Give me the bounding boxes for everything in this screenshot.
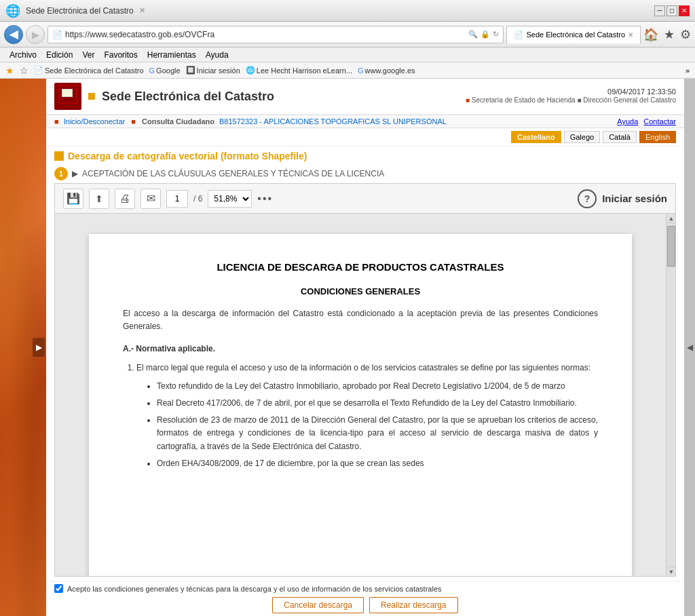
- menu-bar: Archivo Edición Ver Favoritos Herramient…: [0, 47, 695, 62]
- pdf-login-button[interactable]: Iniciar sesión: [602, 193, 667, 204]
- heading-icon: [54, 151, 64, 161]
- browser-icons: 🏠 ★ ⚙: [643, 27, 691, 42]
- confirm-button[interactable]: Realizar descarga: [369, 597, 458, 613]
- lang-english[interactable]: English: [639, 131, 676, 143]
- pdf-content-area[interactable]: LICENCIA DE DESCARGA DE PRODUCTOS CATAST…: [55, 214, 666, 576]
- lang-galego[interactable]: Galego: [564, 131, 600, 143]
- ministry1: Secretaría de Estado de Hacienda: [472, 96, 576, 104]
- site-header: Sede Electrónica del Catastro 09/04/2017…: [46, 79, 684, 115]
- more-bookmarks-icon[interactable]: »: [685, 66, 690, 75]
- bookmark-icon-google-es: G: [358, 66, 364, 75]
- pdf-help-button[interactable]: ?: [578, 189, 597, 208]
- left-collapse-arrow[interactable]: ▶: [33, 338, 45, 357]
- menu-ayuda[interactable]: Ayuda: [202, 50, 233, 60]
- ministry2: Dirección General del Catastro: [583, 96, 676, 104]
- lang-catala[interactable]: Català: [603, 131, 637, 143]
- pdf-more-button[interactable]: •••: [257, 193, 273, 205]
- pdf-bullet-3: Resolución de 23 de marzo de 2011 de la …: [157, 414, 598, 453]
- bookmarks-bar: ★ ☆ 📄 Sede Electrónica del Catastro G Go…: [0, 62, 695, 79]
- pdf-scroll-up-arrow[interactable]: ▲: [666, 214, 675, 223]
- pdf-bullet-list: Texto refundido de la Ley del Catastro I…: [136, 380, 598, 470]
- contact-link[interactable]: Contactar: [643, 117, 676, 126]
- menu-favoritos[interactable]: Favoritos: [100, 50, 141, 60]
- content-area: ▶ Sede Electrónica del Catast: [0, 79, 695, 616]
- page-icon: 📄: [52, 30, 62, 39]
- pdf-zoom-select[interactable]: 51,8%: [208, 190, 252, 208]
- back-button[interactable]: ◀: [4, 25, 23, 44]
- pdf-upload-button[interactable]: ⬆: [89, 189, 109, 209]
- pdf-toolbar: 💾 ⬆ 🖨 ✉ / 6 51,8% ••• ? Iniciar sesión: [55, 184, 675, 214]
- ministry2-separator: ■: [577, 96, 583, 104]
- page-title: Descarga de cartografía vectorial (forma…: [54, 151, 676, 161]
- ministry1-label: ■: [466, 96, 472, 104]
- action-buttons: Cancelar descarga Realizar descarga: [54, 597, 676, 613]
- pdf-total-pages: / 6: [193, 194, 202, 204]
- bookmark-google[interactable]: G Google: [149, 66, 181, 75]
- pdf-save-button[interactable]: 💾: [63, 189, 83, 209]
- star-icon[interactable]: ★: [664, 27, 675, 42]
- menu-archivo[interactable]: Archivo: [5, 50, 41, 60]
- minimize-button[interactable]: ─: [654, 5, 665, 16]
- pdf-scrollbar-thumb[interactable]: [667, 226, 675, 267]
- refresh-icon[interactable]: ↻: [493, 30, 499, 39]
- gear-icon[interactable]: ⚙: [680, 27, 691, 42]
- pdf-page-input[interactable]: [166, 190, 188, 208]
- breadcrumb-separator2: ■: [131, 117, 136, 126]
- menu-ver[interactable]: Ver: [78, 50, 98, 60]
- right-collapse-arrow[interactable]: ◀: [684, 79, 695, 616]
- ministries: ■ Secretaría de Estado de Hacienda ■ Dir…: [466, 96, 676, 105]
- url-input[interactable]: [65, 30, 466, 39]
- tab-favicon: 📄: [514, 31, 523, 39]
- bookmark-google-es[interactable]: G www.google.es: [358, 66, 415, 75]
- pdf-ordered-list: El marco legal que regula el acceso y us…: [123, 362, 598, 470]
- step-bar: 1 ▶ ACEPTACIÓN DE LAS CLÁUSULAS GENERALE…: [46, 164, 684, 183]
- pdf-content-wrapper: LICENCIA DE DESCARGA DE PRODUCTOS CATAST…: [55, 214, 675, 576]
- language-bar: Castellano Galego Català English: [46, 128, 684, 147]
- tab-close-icon[interactable]: ✕: [139, 6, 145, 15]
- pdf-page: LICENCIA DE DESCARGA DE PRODUCTOS CATAST…: [89, 234, 632, 576]
- bookmark-lhh[interactable]: 🌐 Lee Hecht Harrison eLearn...: [246, 66, 352, 75]
- cancel-button[interactable]: Cancelar descarga: [272, 597, 364, 613]
- pdf-bullet-1: Texto refundido de la Ley del Catastro I…: [157, 380, 598, 393]
- step-text: ACEPTACIÓN DE LAS CLÁUSULAS GENERALES Y …: [82, 169, 384, 178]
- window-controls: ─ □ ✕: [654, 5, 690, 16]
- close-button[interactable]: ✕: [679, 5, 690, 16]
- lock-icon: 🔒: [481, 30, 490, 39]
- pdf-scroll-down-arrow[interactable]: ▼: [666, 566, 675, 576]
- browser-frame: 🌐 Sede Electrónica del Catastro ✕ ─ □ ✕ …: [0, 0, 695, 616]
- menu-edicion[interactable]: Edición: [42, 50, 77, 60]
- forward-button[interactable]: ▶: [26, 25, 45, 44]
- address-bar[interactable]: 📄 🔍 🔒 ↻: [48, 26, 504, 43]
- pdf-bullet-4: Orden EHA/3408/2009, de 17 de diciembre,…: [157, 457, 598, 470]
- breadcrumb-ref: B81572323 - APLICACIONES TOPOGRAFICAS SL…: [219, 117, 447, 126]
- home-icon[interactable]: 🏠: [643, 27, 658, 42]
- site-logo-icon: [54, 83, 81, 110]
- help-link[interactable]: Ayuda: [617, 117, 638, 126]
- pdf-scrollbar[interactable]: ▲ ▼: [666, 214, 675, 576]
- lang-castellano[interactable]: Castellano: [511, 131, 561, 143]
- terms-checkbox-row: Acepto las condiciones generales y técni…: [54, 584, 676, 593]
- pdf-body: El acceso a la descarga de información d…: [123, 307, 598, 470]
- maximize-button[interactable]: □: [666, 5, 677, 16]
- menu-herramientas[interactable]: Herramientas: [143, 50, 200, 60]
- title-bar-left: 🌐 Sede Electrónica del Catastro ✕: [5, 3, 145, 18]
- pdf-bullet-2: Real Decreto 417/2006, de 7 de abril, po…: [157, 397, 598, 410]
- tab-close-button[interactable]: ✕: [628, 31, 633, 39]
- nav-bar: ◀ ▶ 📄 🔍 🔒 ↻ 📄 Sede Electrónica del Catas…: [0, 22, 695, 47]
- pdf-email-button[interactable]: ✉: [140, 189, 161, 209]
- site-header-right-area: 09/04/2017 12:33:50 ■ Secretaría de Esta…: [466, 88, 676, 105]
- bookmarks-icon: ★: [5, 65, 14, 76]
- active-tab[interactable]: 📄 Sede Electrónica del Catastro ✕: [506, 26, 641, 43]
- browser-logo-icon: 🌐: [5, 3, 20, 18]
- logo-square: [88, 93, 95, 100]
- terms-checkbox[interactable]: [54, 584, 63, 593]
- pdf-print-button[interactable]: 🖨: [115, 189, 135, 209]
- bottom-bar: Acepto las condiciones generales y técni…: [46, 581, 684, 616]
- bookmark-sede[interactable]: 📄 Sede Electrónica del Catastro: [34, 66, 144, 75]
- breadcrumb-section: Consulta Ciudadano: [142, 117, 214, 126]
- breadcrumb-inicio[interactable]: Inicio/Desconectar: [64, 117, 126, 126]
- step-number: 1: [54, 167, 68, 180]
- tab-title: Sede Electrónica del Catastro: [26, 6, 134, 16]
- breadcrumb-left: ■ Inicio/Desconectar ■ Consulta Ciudadan…: [54, 117, 447, 126]
- bookmark-iniciar[interactable]: 🔲 Iniciar sesión: [186, 66, 240, 75]
